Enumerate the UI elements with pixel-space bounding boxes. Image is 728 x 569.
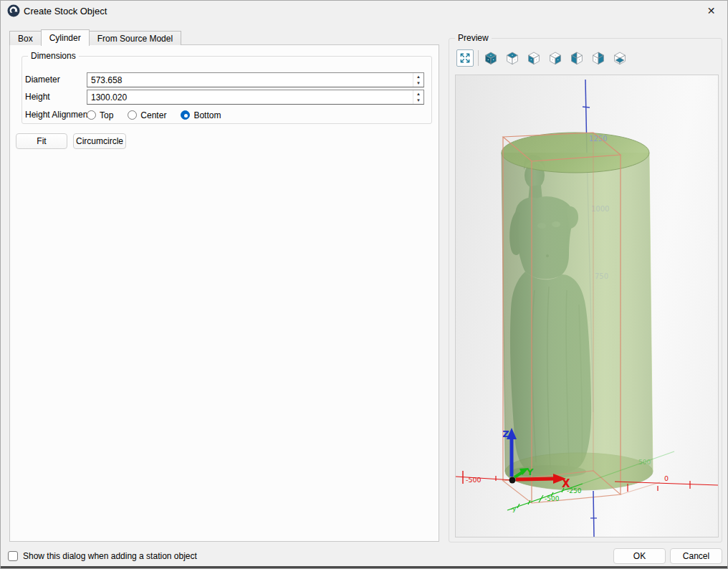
diameter-input[interactable]	[87, 72, 424, 87]
bottom-view-icon	[613, 51, 627, 65]
stock-cylinder	[502, 133, 653, 490]
neg-y-label: -y	[510, 505, 517, 512]
dimensions-legend: Dimensions	[28, 51, 79, 61]
z-tick-1000: 1000	[591, 205, 609, 213]
right-view-button[interactable]	[548, 51, 562, 65]
alignment-bottom-radio[interactable]: Bottom	[181, 110, 221, 120]
radio-circle-icon[interactable]	[128, 110, 137, 120]
height-row: Height ▲ ▼	[22, 90, 431, 105]
window-title: Create Stock Object	[24, 6, 107, 16]
cylinder-tab-page: Dimensions Diameter ▲ ▼ Height ▲	[9, 44, 439, 542]
left-view-icon	[570, 51, 584, 65]
show-dialog-label: Show this dialog when adding a station o…	[23, 551, 197, 561]
left-view-button[interactable]	[570, 51, 584, 65]
fit-view-icon	[459, 52, 471, 64]
iso-view-button[interactable]	[484, 51, 498, 65]
alignment-center-radio[interactable]: Center	[128, 110, 166, 120]
y-axis-label: Y	[526, 467, 534, 477]
fit-view-button[interactable]	[456, 49, 474, 67]
back-view-button[interactable]	[591, 51, 605, 65]
tab-bar: Box Cylinder From Source Model	[9, 29, 181, 45]
fit-button[interactable]: Fit	[16, 133, 67, 149]
top-view-icon	[505, 51, 519, 65]
preview-viewport[interactable]: 1250 1000 750	[455, 75, 719, 537]
height-input[interactable]	[87, 90, 424, 105]
radio-circle-selected-icon[interactable]	[181, 110, 190, 120]
checkbox-unchecked-icon[interactable]	[8, 551, 18, 561]
spin-down-icon[interactable]: ▼	[413, 80, 423, 87]
origin-point	[509, 477, 516, 484]
y-tick-500: -500	[545, 495, 560, 502]
spin-up-icon[interactable]: ▲	[413, 73, 423, 80]
diameter-spinner[interactable]: ▲ ▼	[413, 73, 423, 87]
alignment-top-radio[interactable]: Top	[87, 110, 113, 120]
preview-groupbox: Preview	[449, 38, 722, 542]
z-axis-label: Z	[502, 429, 509, 439]
z-tick-750: 750	[595, 272, 608, 280]
create-stock-object-dialog: Create Stock Object ✕ Box Cylinder From …	[0, 0, 728, 569]
spin-down-icon[interactable]: ▼	[413, 97, 423, 105]
tab-box[interactable]: Box	[9, 31, 42, 45]
spin-up-icon[interactable]: ▲	[413, 90, 423, 97]
show-dialog-checkbox-row[interactable]: Show this dialog when adding a station o…	[8, 551, 197, 561]
ok-button[interactable]: OK	[613, 548, 666, 564]
x-tick-neg500: -500	[466, 476, 482, 484]
x-axis-label: X	[562, 477, 570, 490]
bottom-view-button[interactable]	[613, 51, 627, 65]
close-button[interactable]: ✕	[695, 1, 727, 21]
z-neg-ruler	[590, 491, 597, 537]
diameter-label: Diameter	[25, 75, 60, 85]
x-tick-0: 0	[664, 474, 669, 482]
y-tick-far-500: 500	[638, 459, 651, 466]
cancel-button[interactable]: Cancel	[670, 548, 722, 564]
diameter-row: Diameter ▲ ▼	[22, 72, 431, 87]
window-bottom-edge	[1, 566, 727, 568]
height-label: Height	[25, 92, 50, 102]
top-view-button[interactable]	[505, 51, 519, 65]
height-spinner[interactable]: ▲ ▼	[413, 90, 423, 104]
app-logo-icon	[7, 4, 20, 17]
radio-circle-icon[interactable]	[87, 110, 96, 120]
preview-legend: Preview	[455, 33, 492, 43]
dimensions-groupbox: Dimensions Diameter ▲ ▼ Height ▲	[21, 56, 432, 124]
front-view-button[interactable]	[527, 51, 541, 65]
back-view-icon	[591, 51, 605, 65]
right-view-icon	[548, 51, 562, 65]
iso-view-icon	[484, 51, 498, 65]
tab-cylinder[interactable]: Cylinder	[41, 29, 90, 46]
toolbar-separator	[478, 50, 479, 66]
tab-from-source-model[interactable]: From Source Model	[89, 31, 181, 45]
height-alignment-row: Height Alignment Top Center Bottom	[22, 107, 431, 123]
front-view-icon	[527, 51, 541, 65]
3d-scene: 1250 1000 750	[456, 75, 718, 537]
title-bar: Create Stock Object ✕	[1, 1, 727, 21]
circumcircle-button[interactable]: Circumcircle	[73, 133, 126, 149]
height-alignment-label: Height Alignment	[25, 110, 90, 120]
preview-toolbar	[456, 49, 634, 67]
